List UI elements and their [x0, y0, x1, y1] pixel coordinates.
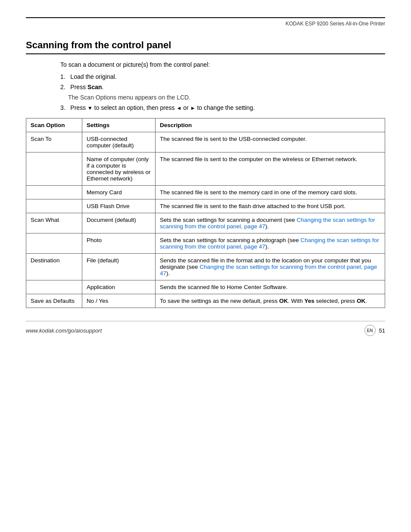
table-row: Memory Card The scanned file is sent to …	[26, 186, 385, 199]
table-row: Photo Sets the scan settings for scannin…	[26, 233, 385, 254]
cell-settings: Document (default)	[82, 213, 156, 233]
table-row: USB Flash Drive The scanned file is sent…	[26, 199, 385, 213]
footer-page-area: EN 51	[364, 325, 385, 336]
footer-page-number: 51	[379, 327, 385, 334]
step-1: 1. Load the original.	[60, 73, 385, 80]
cell-description: The scanned file is sent to the memory c…	[156, 186, 385, 199]
step-3-number: 3.	[60, 104, 68, 111]
table-header-scan-option: Scan Option	[26, 118, 82, 132]
cell-scan-option	[26, 199, 82, 213]
table-row: Scan What Document (default) Sets the sc…	[26, 213, 385, 233]
lang-badge: EN	[364, 325, 376, 336]
cell-scan-option	[26, 280, 82, 294]
intro-text: To scan a document or picture(s) from th…	[60, 61, 385, 68]
cell-description: Sets the scan settings for scanning a ph…	[156, 233, 385, 254]
cell-description: The scanned file is sent to the computer…	[156, 152, 385, 186]
cell-settings: Photo	[82, 233, 156, 254]
cell-settings: Memory Card	[82, 186, 156, 199]
footer: www.kodak.com/go/aiosupport EN 51	[26, 325, 385, 336]
yes-bold: Yes	[304, 298, 314, 304]
cell-scan-option: Scan What	[26, 213, 82, 233]
table-header-settings: Settings	[82, 118, 156, 132]
link-scan-what-document[interactable]: Changing the scan settings for scanning …	[160, 217, 375, 230]
cell-scan-option: Scan To	[26, 132, 82, 152]
cell-settings: File (default)	[82, 254, 156, 280]
ok-bold-1: OK	[279, 298, 288, 304]
step-1-number: 1.	[60, 73, 68, 80]
step-2-period: .	[102, 84, 104, 90]
step-2-scan-bold: Scan	[87, 84, 102, 90]
step-2-sub: The Scan Options menu appears on the LCD…	[68, 94, 385, 101]
cell-scan-option	[26, 152, 82, 186]
steps-list: 1. Load the original. 2. Press Scan. The…	[60, 73, 385, 111]
step-3: 3. Press ▼ to select an option, then pre…	[60, 104, 385, 111]
cell-description: The scanned file is sent to the USB-conn…	[156, 132, 385, 152]
cell-settings: USB Flash Drive	[82, 199, 156, 213]
link-destination-file[interactable]: Changing the scan settings for scanning …	[160, 264, 377, 277]
step-2-number: 2.	[60, 84, 68, 90]
table-row: Name of computer (only if a computer is …	[26, 152, 385, 186]
cell-description: Sets the scan settings for scanning a do…	[156, 213, 385, 233]
section-title: Scanning from the control panel	[26, 40, 385, 54]
cell-settings: No / Yes	[82, 294, 156, 308]
table-row: Application Sends the scanned file to Ho…	[26, 280, 385, 294]
cell-scan-option	[26, 233, 82, 254]
footer-rule	[26, 321, 385, 321]
link-scan-what-photo[interactable]: Changing the scan settings for scanning …	[160, 237, 379, 250]
footer-url: www.kodak.com/go/aiosupport	[26, 327, 102, 334]
cell-description: To save the settings as the new default,…	[156, 294, 385, 308]
cell-description: Sends the scanned file to Home Center So…	[156, 280, 385, 294]
page: KODAK ESP 9200 Series All-in-One Printer…	[0, 0, 411, 532]
step-3-text: Press ▼ to select an option, then press …	[70, 104, 255, 111]
header-title: KODAK ESP 9200 Series All-in-One Printer	[26, 21, 385, 27]
cell-description: Sends the scanned file in the format and…	[156, 254, 385, 280]
cell-scan-option	[26, 186, 82, 199]
header-rule	[26, 17, 385, 18]
step-2: 2. Press Scan.	[60, 84, 385, 90]
scan-options-table: Scan Option Settings Description Scan To…	[26, 118, 385, 308]
cell-settings: Application	[82, 280, 156, 294]
ok-bold-2: OK	[357, 298, 365, 304]
cell-settings: USB-connected computer (default)	[82, 132, 156, 152]
table-row: Save as Defaults No / Yes To save the se…	[26, 294, 385, 308]
cell-scan-option: Destination	[26, 254, 82, 280]
step-2-text-plain: Press	[70, 84, 87, 90]
table-row: Destination File (default) Sends the sca…	[26, 254, 385, 280]
step-1-text: Load the original.	[70, 73, 116, 80]
table-header-description: Description	[156, 118, 385, 132]
cell-description: The scanned file is sent to the flash dr…	[156, 199, 385, 213]
table-row: Scan To USB-connected computer (default)…	[26, 132, 385, 152]
cell-settings: Name of computer (only if a computer is …	[82, 152, 156, 186]
cell-scan-option: Save as Defaults	[26, 294, 82, 308]
